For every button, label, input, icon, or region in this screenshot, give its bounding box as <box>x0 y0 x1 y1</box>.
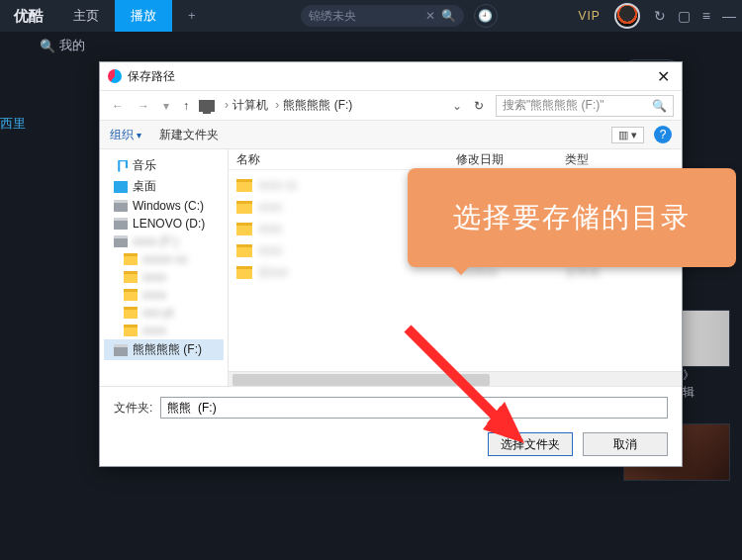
tree-node-label: xxxx (F:) <box>133 234 178 248</box>
help-icon[interactable]: ? <box>654 126 672 143</box>
scrollbar-thumb[interactable] <box>232 374 490 386</box>
tab-play[interactable]: 播放 <box>115 0 172 32</box>
tree-node[interactable]: 熊熊熊熊 (F:) <box>104 339 224 360</box>
folder-icon <box>236 266 252 279</box>
cancel-button[interactable]: 取消 <box>583 432 668 456</box>
folder-icon <box>124 307 138 319</box>
nav-dd-icon[interactable]: ▾ <box>159 99 173 113</box>
refresh-icon[interactable]: ↻ <box>474 99 484 113</box>
desk-icon <box>114 181 128 193</box>
tab-home[interactable]: 主页 <box>57 0 115 32</box>
dialog-toolbar: 组织 新建文件夹 ▥ ▾ ? <box>100 120 682 149</box>
search-icon[interactable]: 🔍 <box>441 9 456 23</box>
tree-node-label: xxxx <box>142 270 166 284</box>
folder-icon <box>124 271 138 283</box>
tree-node[interactable]: xxxx (F:) <box>104 233 224 250</box>
search-placeholder: 搜索"熊熊熊熊 (F:)" <box>503 97 604 114</box>
dialog-titlebar: 保存路径 ✕ <box>100 62 682 90</box>
mine-label[interactable]: 我的 <box>59 37 85 54</box>
folder-icon <box>236 179 252 192</box>
view-mode-button[interactable]: ▥ ▾ <box>611 127 644 143</box>
search-input[interactable]: 锦绣未央 ✕ 🔍 <box>301 5 464 27</box>
tree-node[interactable]: xxxx <box>104 286 224 304</box>
tree-node[interactable]: Windows (C:) <box>104 197 224 215</box>
dialog-navbar: ← → ▾ ↑ ›计算机 ›熊熊熊熊 (F:) ⌄ ↻ 搜索"熊熊熊熊 (F:)… <box>100 90 682 120</box>
row-name: xxxx <box>258 243 282 257</box>
minimize-icon[interactable]: — <box>722 8 736 24</box>
tab-add[interactable]: + <box>172 0 212 32</box>
nav-up-icon[interactable]: ↑ <box>179 99 193 113</box>
col-type[interactable]: 类型 <box>565 151 682 168</box>
folder-icon <box>236 223 252 235</box>
search-value: 锦绣未央 <box>309 8 356 25</box>
tree-node[interactable]: 音乐 <box>104 155 224 176</box>
tree-node-label: 熊熊熊熊 (F:) <box>133 341 202 358</box>
row-name: 仅xxx <box>258 264 288 281</box>
search-icon[interactable]: 🔍 <box>652 99 667 113</box>
folder-icon <box>124 289 138 301</box>
brand-logo: 优酷 <box>0 7 57 26</box>
music-icon <box>114 160 128 172</box>
tree-node-label: Windows (C:) <box>133 199 204 213</box>
row-name: xxxx ss <box>258 178 297 192</box>
crumb-dd-icon[interactable]: ⌄ <box>452 99 462 113</box>
vip-badge[interactable]: VIP <box>578 9 600 23</box>
row-name: xxxx <box>258 200 282 214</box>
tree-node[interactable]: xxxxx ss <box>104 250 224 268</box>
history-icon[interactable]: 🕘 <box>474 4 498 28</box>
folder-icon <box>124 253 138 265</box>
search-icon: 🔍 <box>40 39 55 53</box>
close-icon[interactable]: ✕ <box>653 67 674 86</box>
col-name[interactable]: 名称 <box>229 151 456 168</box>
row-name: xxxx <box>258 222 282 235</box>
tree-node-label: xxxxx ss <box>142 252 187 266</box>
annotation-text: 选择要存储的目录 <box>453 199 691 236</box>
dialog-footer: 文件夹: 选择文件夹 取消 <box>100 386 682 466</box>
nav-back-icon[interactable]: ← <box>108 99 128 113</box>
tree-node[interactable]: xxxx <box>104 322 224 339</box>
folder-icon <box>124 325 138 336</box>
tree-node[interactable]: LENOVO (D:) <box>104 215 224 233</box>
folder-icon <box>236 201 252 214</box>
folder-search-input[interactable]: 搜索"熊熊熊熊 (F:)" 🔍 <box>496 95 674 117</box>
left-snippet: 西里 <box>0 115 26 133</box>
horizontal-scrollbar[interactable] <box>229 371 682 386</box>
tree-node-label: 音乐 <box>133 157 156 174</box>
new-folder-button[interactable]: 新建文件夹 <box>159 127 219 143</box>
avatar[interactable] <box>614 3 640 29</box>
app-logo-icon <box>108 69 122 83</box>
folder-tree[interactable]: 音乐桌面Windows (C:)LENOVO (D:)xxxx (F:)xxxx… <box>100 149 229 386</box>
drive-icon <box>114 218 128 230</box>
folder-label: 文件夹: <box>114 400 152 417</box>
refresh-icon[interactable]: ↻ <box>654 8 666 24</box>
skin-icon[interactable]: ▢ <box>678 8 691 24</box>
dialog-title: 保存路径 <box>128 68 175 85</box>
annotation-callout: 选择要存储的目录 <box>408 168 736 267</box>
tree-node[interactable]: 桌面 <box>104 176 224 197</box>
folder-path-input[interactable] <box>160 397 668 419</box>
sub-bar: 🔍 我的 <box>0 32 742 59</box>
select-folder-button[interactable]: 选择文件夹 <box>488 432 573 456</box>
tree-node-label: LENOVO (D:) <box>133 217 205 231</box>
organize-menu[interactable]: 组织 <box>110 127 141 143</box>
app-topbar: 优酷 主页 播放 + 锦绣未央 ✕ 🔍 🕘 VIP ↻ ▢ ≡ — <box>0 0 742 32</box>
computer-icon <box>199 100 215 112</box>
drive-icon <box>114 235 128 247</box>
tree-node-label: xxxx <box>142 324 166 337</box>
drive-icon <box>114 344 128 356</box>
tree-node-label: xxx pt <box>142 306 173 320</box>
tree-node[interactable]: xxxx <box>104 268 224 286</box>
tree-node-label: xxxx <box>142 288 166 302</box>
col-date[interactable]: 修改日期 <box>456 151 565 168</box>
drive-icon <box>114 200 128 212</box>
tree-node[interactable]: xxx pt <box>104 304 224 322</box>
nav-fwd-icon: → <box>134 99 153 113</box>
tree-node-label: 桌面 <box>133 178 156 195</box>
breadcrumb[interactable]: ›计算机 ›熊熊熊熊 (F:) <box>221 97 352 114</box>
clear-icon[interactable]: ✕ <box>425 9 435 23</box>
menu-icon[interactable]: ≡ <box>702 8 710 24</box>
folder-icon <box>236 244 252 257</box>
